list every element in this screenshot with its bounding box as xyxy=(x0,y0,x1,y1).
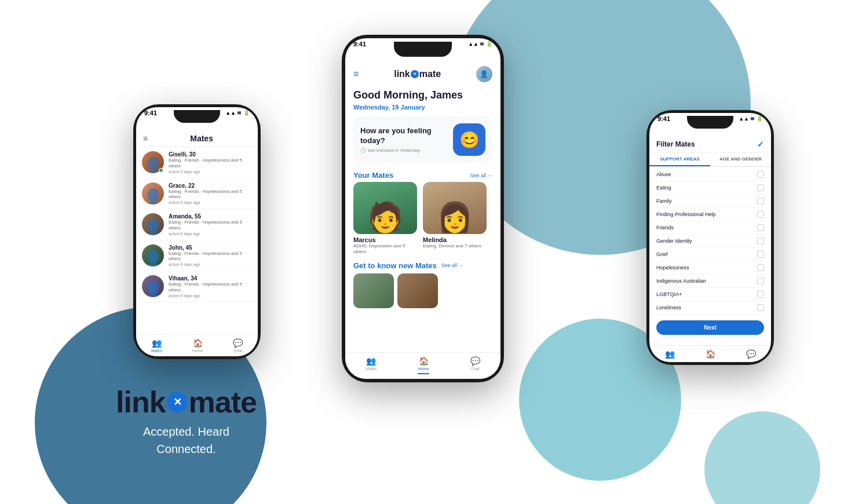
right-phone-nav: 👥 🏠 💬 xyxy=(649,345,771,362)
filter-item-lgbtqia[interactable]: LGBTQIA+ xyxy=(656,288,764,301)
avatar-wrap-giselli xyxy=(142,151,164,173)
mate-info-vihaan: Vihaan, 34 Eating · Friends · Hopelessne… xyxy=(169,275,252,298)
brand-section: linkmate Accepted. Heard Connected. xyxy=(116,385,257,458)
marcus-tags: ADHD, Depression and 5 others xyxy=(353,243,417,255)
filter-next-button[interactable]: Next xyxy=(656,320,764,335)
mate-card-melinda[interactable]: Melinda Eating, Divorce and 7 others xyxy=(423,182,487,255)
filter-item-family[interactable]: Family xyxy=(656,195,764,208)
center-mates-icon: 👥 xyxy=(366,356,376,366)
clock-icon: 🕐 xyxy=(360,148,366,153)
mate-tags-giselli: Eating · Friends · Hopelessness and 5 ot… xyxy=(169,158,252,169)
tab-support-areas[interactable]: SUPPORT AREAS xyxy=(649,153,710,166)
nav-home-left[interactable]: 🏠 Home xyxy=(192,338,203,353)
center-nav-chat[interactable]: 💬 Chat xyxy=(470,356,480,374)
right-nav-mates[interactable]: 👥 xyxy=(665,349,675,359)
left-status-time: 9:41 xyxy=(144,109,157,116)
filter-checkbox-gender[interactable] xyxy=(757,238,764,244)
filter-item-professional[interactable]: Finding Professional Help xyxy=(656,208,764,221)
filter-item-grief[interactable]: Grief xyxy=(656,248,764,261)
filter-checkbox-professional[interactable] xyxy=(757,211,764,218)
home-nav-icon: 🏠 xyxy=(193,338,203,348)
logo-x-icon xyxy=(411,70,419,78)
your-mates-see-all[interactable]: See all → xyxy=(470,173,492,178)
list-item[interactable]: Vihaan, 34 Eating · Friends · Hopelessne… xyxy=(136,271,258,302)
mood-emoji-box[interactable]: 😊 xyxy=(453,123,485,156)
mate-name-grace: Grace, 22 xyxy=(169,182,252,189)
phone-center-notch xyxy=(394,42,452,57)
right-status-time: 9:41 xyxy=(657,115,670,122)
filter-checkbox-hopelessness[interactable] xyxy=(757,264,764,271)
filter-item-hopelessness[interactable]: Hopelessness xyxy=(656,261,764,275)
tab-age-gender[interactable]: AGE AND GENDER xyxy=(710,153,771,166)
mate-name-amanda: Amanda, 55 xyxy=(169,213,252,220)
grace-silhouette xyxy=(142,182,164,204)
filter-item-indigenous[interactable]: Indigenous Australian xyxy=(656,275,764,288)
filter-item-abuse[interactable]: Abuse xyxy=(656,168,764,181)
filter-checkbox-indigenous[interactable] xyxy=(757,277,764,284)
filter-item-friends[interactable]: Friends xyxy=(656,221,764,235)
filter-checkbox-lgbtqia[interactable] xyxy=(757,291,764,298)
filter-label-friends: Friends xyxy=(656,225,674,231)
marcus-name: Marcus xyxy=(353,236,417,243)
center-nav-home[interactable]: 🏠 Home xyxy=(418,356,429,374)
avatar-wrap-john xyxy=(142,244,164,266)
filter-label-family: Family xyxy=(656,198,672,204)
center-nav-mates[interactable]: 👥 Mates xyxy=(366,356,377,374)
mate-active-grace: active 6 days ago xyxy=(169,200,252,204)
mood-prompt: How are you feeling today? xyxy=(360,126,453,146)
greeting-date: Wednesday, 19 January xyxy=(353,104,492,111)
center-status-time: 9:41 xyxy=(353,41,366,48)
list-item[interactable]: Amanda, 55 Eating · Friends · Hopelessne… xyxy=(136,209,258,240)
filter-checkbox-loneliness[interactable] xyxy=(757,304,764,311)
right-nav-home[interactable]: 🏠 xyxy=(706,349,715,359)
greeting-section: Good Morning, James Wednesday, 19 Januar… xyxy=(345,87,500,112)
right-chat-icon: 💬 xyxy=(746,349,756,359)
left-phone-nav: 👥 Mates 🏠 Home 💬 Chat xyxy=(136,334,258,356)
filter-label-eating: Eating xyxy=(656,185,671,191)
nav-mates-left[interactable]: 👥 Mates xyxy=(151,338,162,353)
avatar-wrap-grace xyxy=(142,182,164,204)
get-to-know-see-all[interactable]: See all → xyxy=(441,262,464,268)
avatar-wrap-amanda xyxy=(142,213,164,235)
list-item[interactable]: Giselli, 30 Eating · Friends · Hopelessn… xyxy=(136,147,258,178)
nav-home-label: Home xyxy=(192,349,203,353)
filter-label-grief: Grief xyxy=(656,251,668,257)
center-nav-mates-label: Mates xyxy=(366,367,377,371)
mate-tags-grace: Eating · Friends · Hopelessness and 5 ot… xyxy=(169,189,252,200)
avatar-vihaan xyxy=(142,275,164,297)
list-item[interactable]: John, 45 Eating · Friends · Hopelessness… xyxy=(136,240,258,272)
filter-item-gender[interactable]: Gender Identity xyxy=(656,235,764,248)
filter-checkbox-family[interactable] xyxy=(757,198,764,204)
right-nav-chat[interactable]: 💬 xyxy=(746,349,756,359)
marcus-face xyxy=(353,182,417,234)
brand-logo: linkmate xyxy=(116,385,257,419)
filter-label-abuse: Abuse xyxy=(656,171,671,177)
center-nav-chat-label: Chat xyxy=(471,367,480,371)
user-avatar-center[interactable]: 👤 xyxy=(476,66,492,82)
filter-check-icon[interactable]: ✓ xyxy=(757,140,764,149)
mate-name-vihaan: Vihaan, 34 xyxy=(169,275,252,282)
filter-item-loneliness[interactable]: Loneliness xyxy=(656,301,764,315)
list-item[interactable]: Grace, 22 Eating · Friends · Hopelessnes… xyxy=(136,178,258,210)
filter-item-eating[interactable]: Eating xyxy=(656,181,764,195)
filter-checkbox-grief[interactable] xyxy=(757,251,764,258)
filter-checkbox-abuse[interactable] xyxy=(757,171,764,178)
right-status-icons: ▲▲ ≋ 🔋 xyxy=(739,116,763,122)
hamburger-icon-center[interactable]: ≡ xyxy=(353,69,359,79)
nav-chat-left[interactable]: 💬 Chat xyxy=(233,338,243,353)
phone-right-inner: 9:41 ▲▲ ≋ 🔋 Filter Mates ✓ SUPPORT AREAS… xyxy=(649,113,771,362)
left-status-icons: ▲▲ ≋ 🔋 xyxy=(225,110,250,116)
filter-label-professional: Finding Professional Help xyxy=(656,211,716,217)
filter-label-indigenous: Indigenous Australian xyxy=(656,278,706,284)
filter-checkbox-eating[interactable] xyxy=(757,184,764,191)
hamburger-icon-left[interactable]: ≡ xyxy=(143,134,148,143)
phone-left-inner: 9:41 ▲▲ ≋ 🔋 ≡ Mates Giselli, 30 Eating ·… xyxy=(136,107,258,356)
mood-card[interactable]: How are you feeling today? 🕐 last checke… xyxy=(353,116,492,163)
mate-card-marcus[interactable]: Marcus ADHD, Depression and 5 others xyxy=(353,182,417,255)
mate-active-giselli: active 5 days ago xyxy=(169,170,252,174)
filter-checkbox-friends[interactable] xyxy=(757,224,764,231)
phone-center-inner: 9:41 ▲▲ ≋ 🔋 ≡ linkmate 👤 Good Morning, J… xyxy=(345,38,500,379)
filter-label-gender: Gender Identity xyxy=(656,238,692,244)
mate-info-amanda: Amanda, 55 Eating · Friends · Hopelessne… xyxy=(169,213,252,236)
center-chat-icon: 💬 xyxy=(470,356,480,366)
